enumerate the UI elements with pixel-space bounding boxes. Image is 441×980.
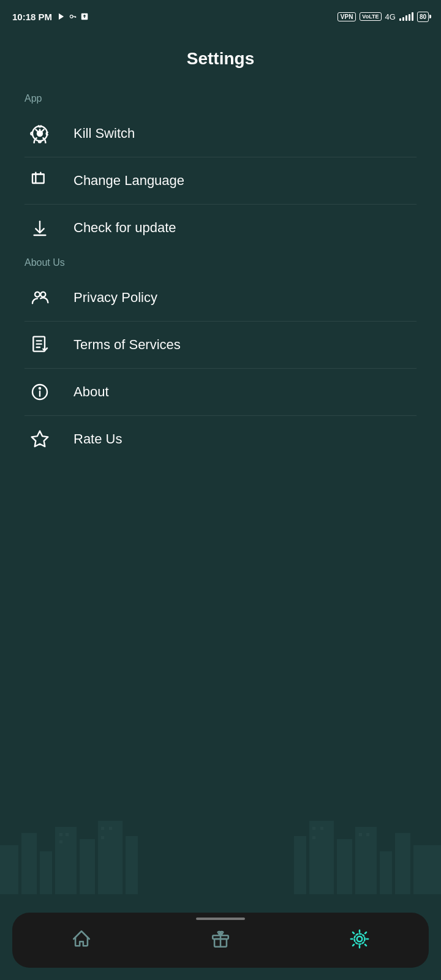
svg-rect-34 <box>413 845 441 894</box>
svg-rect-23 <box>40 851 52 894</box>
nav-item-gifts[interactable] <box>198 924 243 954</box>
battery-level: 80 <box>420 13 426 20</box>
svg-rect-36 <box>66 833 69 836</box>
menu-item-about[interactable]: About <box>0 369 441 415</box>
menu-item-terms-of-services[interactable]: Terms of Services <box>0 322 441 368</box>
kill-switch-label: Kill Switch <box>74 126 135 141</box>
status-right-icons: VPN VoLTE 4G 80 <box>337 12 429 22</box>
svg-point-14 <box>35 292 40 297</box>
svg-rect-25 <box>80 839 95 894</box>
svg-point-50 <box>354 934 364 944</box>
svg-marker-0 <box>59 13 64 20</box>
vpn-badge: VPN <box>337 12 356 21</box>
terms-label: Terms of Services <box>74 337 181 353</box>
svg-rect-37 <box>59 840 62 843</box>
svg-line-8 <box>36 129 37 131</box>
menu-item-kill-switch[interactable]: Kill Switch <box>0 110 441 157</box>
svg-rect-26 <box>98 821 123 894</box>
rate-us-label: Rate Us <box>74 431 122 447</box>
svg-point-15 <box>40 292 45 297</box>
svg-rect-43 <box>312 836 315 839</box>
rate-us-icon <box>24 429 55 449</box>
svg-rect-31 <box>355 827 377 894</box>
svg-rect-38 <box>101 827 104 830</box>
svg-point-19 <box>39 388 40 389</box>
svg-rect-41 <box>312 827 315 830</box>
svg-rect-33 <box>395 833 410 894</box>
privacy-policy-icon <box>24 288 55 307</box>
svg-rect-21 <box>0 845 18 894</box>
svg-rect-28 <box>294 836 306 894</box>
settings-icon <box>349 929 370 949</box>
privacy-policy-label: Privacy Policy <box>74 290 157 306</box>
svg-rect-45 <box>366 833 369 836</box>
signal-bars <box>399 12 413 21</box>
svg-rect-42 <box>320 827 323 830</box>
section-about-us-header: About Us <box>0 251 441 274</box>
status-bar: 10:18 PM VPN VoLTE 4G <box>0 0 441 31</box>
svg-rect-44 <box>359 833 362 836</box>
change-language-label: Change Language <box>74 173 184 189</box>
menu-item-privacy-policy[interactable]: Privacy Policy <box>0 274 441 321</box>
change-language-icon <box>24 171 55 190</box>
play-icon <box>57 12 66 21</box>
svg-marker-20 <box>32 431 48 447</box>
nav-handle <box>196 918 245 920</box>
svg-point-49 <box>356 937 362 942</box>
status-time: 10:18 PM <box>12 12 89 22</box>
upload-icon <box>80 12 89 21</box>
svg-rect-35 <box>59 833 62 836</box>
page-title: Settings <box>0 31 441 87</box>
gift-icon <box>210 929 231 949</box>
nav-item-home[interactable] <box>59 924 104 954</box>
about-label: About <box>74 384 109 400</box>
battery-indicator: 80 <box>417 12 429 22</box>
svg-rect-32 <box>380 851 392 894</box>
menu-item-change-language[interactable]: Change Language <box>0 157 441 204</box>
home-icon <box>71 929 92 949</box>
svg-rect-40 <box>101 836 104 839</box>
about-icon <box>24 382 55 402</box>
volte-badge: VoLTE <box>360 12 381 21</box>
check-update-label: Check for update <box>74 220 176 236</box>
svg-rect-29 <box>309 821 334 894</box>
svg-rect-22 <box>21 833 37 894</box>
menu-item-rate-us[interactable]: Rate Us <box>0 416 441 462</box>
status-icons <box>57 12 89 21</box>
svg-rect-10 <box>32 174 44 183</box>
bg-cityscape <box>0 796 441 894</box>
svg-point-1 <box>70 15 73 18</box>
key-icon <box>68 12 78 21</box>
network-badge: 4G <box>385 12 396 21</box>
section-app-header: App <box>0 87 441 110</box>
svg-rect-39 <box>109 827 112 830</box>
terms-icon <box>24 335 55 355</box>
check-update-icon <box>24 218 55 238</box>
svg-line-9 <box>42 129 44 131</box>
svg-rect-30 <box>337 839 352 894</box>
svg-rect-27 <box>126 836 138 894</box>
kill-switch-icon <box>24 124 55 143</box>
menu-item-check-update[interactable]: Check for update <box>0 205 441 251</box>
nav-item-settings[interactable] <box>337 924 382 954</box>
svg-point-7 <box>37 131 42 136</box>
bottom-nav <box>12 913 429 968</box>
svg-rect-24 <box>55 827 77 894</box>
time-display: 10:18 PM <box>12 12 52 22</box>
